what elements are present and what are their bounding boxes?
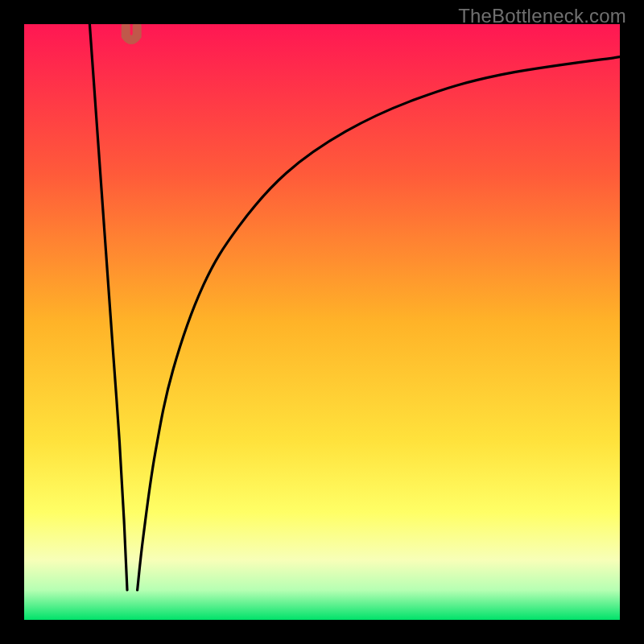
gradient-background — [24, 24, 620, 620]
chart-frame: TheBottleneck.com — [0, 0, 644, 644]
chart-svg — [24, 24, 620, 620]
plot-area — [24, 24, 620, 620]
